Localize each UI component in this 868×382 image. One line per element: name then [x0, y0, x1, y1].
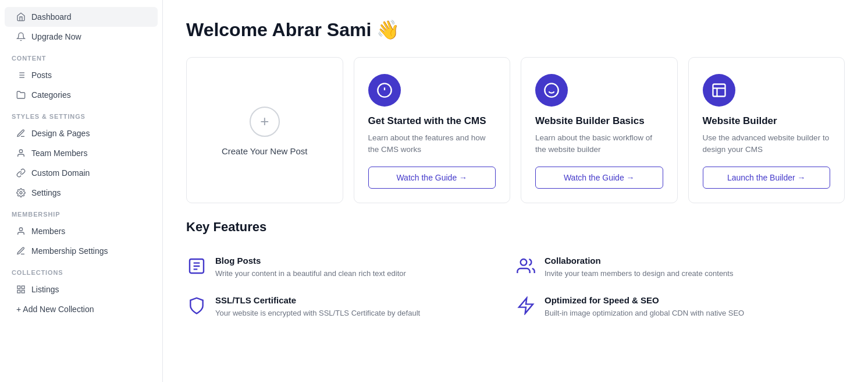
- gear-icon: [16, 188, 26, 197]
- feature-speed-seo: Optimized for Speed & SEO Built-in image…: [515, 287, 845, 327]
- bell-icon: [16, 32, 26, 41]
- sidebar-item-upgrade-label: Upgrade Now: [31, 32, 81, 41]
- main-content: Welcome Abrar Sami 👋 + Create Your New P…: [163, 0, 868, 382]
- watch-guide-button-2[interactable]: Watch the Guide →: [535, 167, 663, 189]
- sidebar-item-settings-label: Settings: [31, 188, 61, 197]
- sidebar-item-membership-settings[interactable]: Membership Settings: [5, 241, 158, 261]
- website-builder-card: Website Builder Use the advanced website…: [688, 57, 845, 203]
- svg-point-16: [545, 83, 558, 97]
- sidebar-item-domain[interactable]: Custom Domain: [5, 163, 158, 183]
- sidebar-section-membership: MEMBERSHIP: [0, 203, 162, 221]
- website-builder-desc: Use the advanced website builder to desi…: [703, 132, 831, 156]
- create-post-card[interactable]: + Create Your New Post: [186, 57, 343, 203]
- members-icon: [16, 227, 26, 236]
- sidebar-item-settings[interactable]: Settings: [5, 183, 158, 203]
- website-builder-title: Website Builder: [703, 115, 831, 128]
- watch-guide-button-1[interactable]: Watch the Guide →: [368, 167, 496, 189]
- sidebar-item-members[interactable]: Members: [5, 221, 158, 241]
- ssl-feature-desc: Your website is encrypted with SSL/TLS C…: [215, 307, 420, 319]
- blog-posts-icon: [186, 256, 207, 277]
- add-collection-label: + Add New Collection: [16, 305, 94, 314]
- launch-builder-button[interactable]: Launch the Builder →: [703, 167, 831, 189]
- edit-icon: [16, 129, 26, 138]
- cards-row: + Create Your New Post Get Started with …: [186, 57, 845, 203]
- create-post-label: Create Your New Post: [222, 146, 308, 156]
- grid-icon: [16, 285, 26, 294]
- get-started-card: Get Started with the CMS Learn about the…: [354, 57, 511, 203]
- folder-icon: [16, 90, 26, 100]
- home-icon: [16, 12, 26, 22]
- get-started-title: Get Started with the CMS: [368, 115, 496, 128]
- speed-seo-icon: [515, 295, 536, 316]
- collaboration-icon: [515, 256, 536, 277]
- create-post-icon: +: [250, 107, 280, 137]
- ssl-icon: [186, 295, 207, 316]
- key-features-section: Key Features Blog Posts Write your conte…: [186, 220, 845, 327]
- list-icon: [16, 70, 26, 80]
- sidebar-item-design-label: Design & Pages: [31, 129, 90, 138]
- feature-collaboration: Collaboration Invite your team members t…: [515, 247, 845, 288]
- membership-settings-icon: [16, 246, 26, 256]
- sidebar-item-design[interactable]: Design & Pages: [5, 123, 158, 143]
- blog-posts-feature-title: Blog Posts: [215, 256, 406, 266]
- sidebar-item-dashboard-label: Dashboard: [31, 12, 72, 22]
- sidebar-item-domain-label: Custom Domain: [31, 168, 90, 178]
- website-builder-icon-circle: [703, 74, 735, 107]
- user-icon: [16, 148, 26, 158]
- builder-basics-icon-circle: [535, 74, 568, 107]
- sidebar-item-listings-label: Listings: [31, 285, 59, 294]
- svg-point-21: [521, 259, 527, 266]
- sidebar-item-categories[interactable]: Categories: [5, 85, 158, 105]
- get-started-icon-circle: [368, 74, 401, 107]
- blog-posts-feature-desc: Write your content in a beautiful and cl…: [215, 268, 406, 280]
- svg-point-8: [19, 228, 22, 231]
- sidebar-item-team-label: Team Members: [31, 148, 87, 158]
- svg-rect-12: [22, 290, 24, 293]
- builder-basics-title: Website Builder Basics: [535, 115, 663, 128]
- feature-ssl: SSL/TLS Certificate Your website is encr…: [186, 287, 515, 327]
- svg-rect-9: [17, 286, 20, 289]
- sidebar-item-posts-label: Posts: [31, 70, 52, 80]
- sidebar-section-styles: STYLES & SETTINGS: [0, 105, 162, 123]
- key-features-title: Key Features: [186, 220, 845, 235]
- link-icon: [16, 168, 26, 178]
- page-title: Welcome Abrar Sami 👋: [186, 19, 845, 41]
- add-collection-button[interactable]: + Add New Collection: [5, 299, 158, 319]
- sidebar-item-posts[interactable]: Posts: [5, 65, 158, 85]
- sidebar-section-collections: COLLECTIONS: [0, 261, 162, 280]
- svg-rect-10: [22, 286, 24, 289]
- builder-basics-card: Website Builder Basics Learn about the b…: [521, 57, 678, 203]
- svg-rect-11: [17, 290, 20, 293]
- feature-blog-posts: Blog Posts Write your content in a beaut…: [186, 247, 515, 288]
- sidebar: Dashboard Upgrade Now CONTENT Posts Cate…: [0, 0, 163, 382]
- sidebar-item-members-label: Members: [31, 227, 65, 236]
- get-started-desc: Learn about the features and how the CMS…: [368, 132, 496, 156]
- collaboration-feature-title: Collaboration: [545, 256, 733, 266]
- sidebar-item-upgrade[interactable]: Upgrade Now: [5, 27, 158, 47]
- svg-rect-19: [713, 84, 725, 97]
- ssl-feature-title: SSL/TLS Certificate: [215, 295, 420, 305]
- sidebar-item-listings[interactable]: Listings: [5, 280, 158, 299]
- svg-point-6: [19, 150, 22, 153]
- collaboration-feature-desc: Invite your team members to design and c…: [545, 268, 733, 280]
- sidebar-item-dashboard[interactable]: Dashboard: [5, 7, 158, 27]
- speed-seo-feature-desc: Built-in image optimization and global C…: [545, 307, 744, 319]
- sidebar-item-categories-label: Categories: [31, 90, 71, 100]
- speed-seo-feature-title: Optimized for Speed & SEO: [545, 295, 744, 305]
- builder-basics-desc: Learn about the basic workflow of the we…: [535, 132, 663, 156]
- sidebar-item-team[interactable]: Team Members: [5, 143, 158, 163]
- sidebar-section-content: CONTENT: [0, 47, 162, 65]
- features-grid: Blog Posts Write your content in a beaut…: [186, 247, 845, 327]
- sidebar-item-membership-settings-label: Membership Settings: [31, 246, 108, 256]
- svg-point-7: [20, 192, 22, 194]
